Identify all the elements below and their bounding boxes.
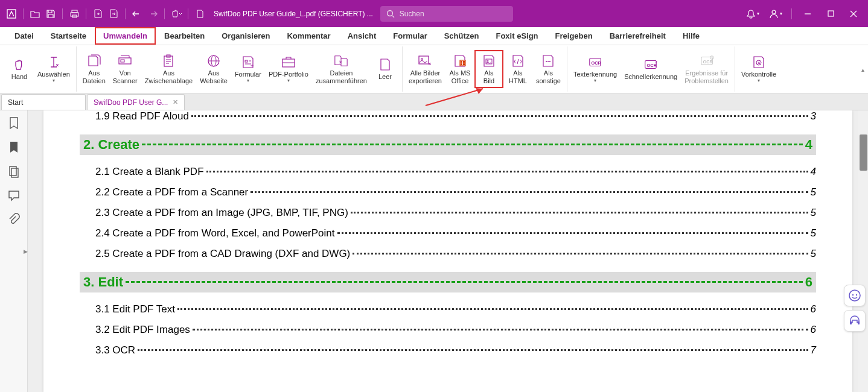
svg-rect-1 [72, 10, 77, 13]
as-other-tool[interactable]: Als sonstige [532, 51, 564, 86]
clipboard-icon [161, 54, 176, 68]
ocr-tool[interactable]: OCRTexterkennung▾ [570, 52, 621, 86]
ocr-results-icon: OCR [700, 54, 714, 68]
hand-tool[interactable]: Hand [5, 55, 34, 83]
from-scanner-tool[interactable]: Von Scanner [109, 51, 141, 86]
print-icon[interactable] [68, 7, 81, 21]
redo-icon[interactable] [146, 7, 159, 21]
menu-kommentar[interactable]: Kommentar [278, 27, 339, 45]
blank-tool[interactable]: Leer [371, 55, 400, 83]
menu-datei[interactable]: Datei [6, 27, 42, 45]
as-image-tool[interactable]: Als Bild [474, 50, 503, 87]
ribbon-collapse-icon[interactable]: ▴ [861, 66, 864, 72]
toc-title: 2.4 Create a PDF from Word, Excel, and P… [95, 227, 335, 239]
assistant-button[interactable] [844, 285, 866, 306]
sidebar-expand-icon[interactable]: ▶ [24, 248, 28, 254]
toc-page-number: 4 [811, 166, 816, 178]
undo-icon[interactable] [130, 7, 144, 21]
from-files-tool[interactable]: Aus Dateien [79, 51, 109, 86]
maximize-button[interactable] [821, 4, 840, 24]
toc-title: 3.3 OCR [95, 344, 135, 356]
hand-dropdown-icon[interactable] [170, 7, 183, 21]
toc-row: 3.2 Edit PDF Images6 [80, 324, 816, 336]
portfolio-tool[interactable]: PDF-Portfolio▾ [265, 52, 312, 86]
close-tab-icon[interactable]: ✕ [173, 98, 178, 106]
bookmark-outline-icon[interactable] [7, 116, 21, 130]
document-tab[interactable]: SwifDoo PDF User G...✕ [87, 94, 185, 110]
search-box[interactable]: Suchen [380, 6, 513, 22]
menu-umwandeln[interactable]: Umwandeln [95, 27, 156, 45]
menu-bearbeiten[interactable]: Bearbeiten [156, 27, 213, 45]
menu-formular[interactable]: Formular [385, 27, 435, 45]
start-tab[interactable]: Start [1, 94, 86, 110]
toc-dots [126, 281, 803, 283]
scanner-icon [118, 54, 132, 68]
svg-rect-45 [10, 166, 16, 175]
as-html-tool[interactable]: Als HTML [503, 51, 532, 86]
attachment-icon[interactable] [7, 213, 21, 226]
from-clipboard-tool[interactable]: Aus Zwischenablage [141, 51, 197, 86]
svg-rect-27 [461, 63, 462, 65]
menu-ansicht[interactable]: Ansicht [339, 27, 385, 45]
toc-row: 3. Edit6 [80, 272, 816, 292]
menu-startseite[interactable]: Startseite [42, 27, 95, 45]
toc-title: 3.2 Edit PDF Images [95, 324, 190, 336]
ocr-results-tool[interactable]: OCRErgebnisse für Problemstellen [681, 51, 732, 86]
export-images-tool[interactable]: Alle Bilder exportieren [405, 51, 445, 86]
svg-rect-28 [463, 63, 465, 65]
preflight-tool[interactable]: AVorkontrolle▾ [738, 52, 780, 86]
menu-barrierefreiheit[interactable]: Barrierefreiheit [601, 27, 674, 45]
svg-rect-26 [463, 61, 465, 63]
svg-point-6 [772, 10, 776, 14]
from-website-tool[interactable]: Aus Webseite [196, 51, 231, 86]
page-add-icon[interactable] [91, 7, 104, 21]
toc-dots [142, 144, 803, 145]
quick-ocr-tool[interactable]: OCRSchnellerkennung [621, 55, 681, 83]
app-icon[interactable] [5, 7, 18, 21]
text-cursor-icon [46, 55, 61, 69]
user-icon[interactable]: ▾ [766, 4, 785, 24]
minimize-button[interactable] [798, 4, 817, 24]
merge-tool[interactable]: Dateien zusammenführen [312, 51, 371, 86]
page-area[interactable]: 1.9 Read PDF Aloud32. Create42.1 Create … [28, 110, 868, 392]
svg-text:OCR: OCR [592, 60, 602, 66]
menu-freigeben[interactable]: Freigeben [547, 27, 601, 45]
support-button[interactable] [844, 310, 866, 332]
bell-icon[interactable]: ▾ [743, 4, 762, 24]
toc-row: 2.2 Create a PDF from a Scanner5 [80, 186, 816, 198]
page-arrow-icon[interactable] [107, 7, 120, 21]
close-button[interactable] [844, 4, 863, 24]
toc-dots [206, 171, 808, 172]
ocr-icon: OCR [588, 55, 602, 69]
svg-text:A: A [758, 61, 761, 65]
svg-rect-12 [121, 60, 124, 62]
toc-title: 2.3 Create a PDF from an Image (JPG, BMP… [95, 207, 348, 219]
toc-page-number: 5 [811, 248, 816, 260]
comment-icon[interactable] [7, 189, 21, 202]
menu-hilfe[interactable]: Hilfe [674, 27, 708, 45]
svg-text:+: + [251, 63, 254, 69]
toc-row: 2.3 Create a PDF from an Image (JPG, BMP… [80, 207, 816, 219]
toc-title: 1.9 Read PDF Aloud [95, 110, 189, 122]
as-msoffice-tool[interactable]: Als MS Office [445, 51, 474, 86]
menu-schützen[interactable]: Schützen [436, 27, 488, 45]
page-small-icon[interactable] [193, 7, 206, 21]
save-icon[interactable] [44, 7, 57, 21]
toc-row: 3.1 Edit PDF Text6 [80, 303, 816, 315]
toc-row: 2. Create4 [80, 134, 816, 155]
select-tool[interactable]: Auswählen ▾ [34, 52, 74, 86]
image-export-icon [418, 54, 432, 68]
menu-foxit esign[interactable]: Foxit eSign [487, 27, 546, 45]
toc-dots [177, 308, 808, 310]
toc-page-number: 5 [811, 207, 816, 219]
form-tool[interactable]: +Formular▾ [231, 52, 265, 86]
open-icon[interactable] [28, 7, 42, 21]
pages-icon[interactable] [7, 165, 21, 178]
vertical-scrollbar[interactable] [858, 110, 868, 392]
svg-point-48 [852, 294, 854, 296]
svg-point-47 [849, 290, 860, 301]
document-title: SwifDoo PDF User Guide_L.pdf (GESICHERT)… [214, 10, 373, 18]
scrollbar-thumb[interactable] [860, 134, 867, 171]
bookmark-filled-icon[interactable] [7, 141, 21, 154]
menu-organisieren[interactable]: Organisieren [213, 27, 278, 45]
